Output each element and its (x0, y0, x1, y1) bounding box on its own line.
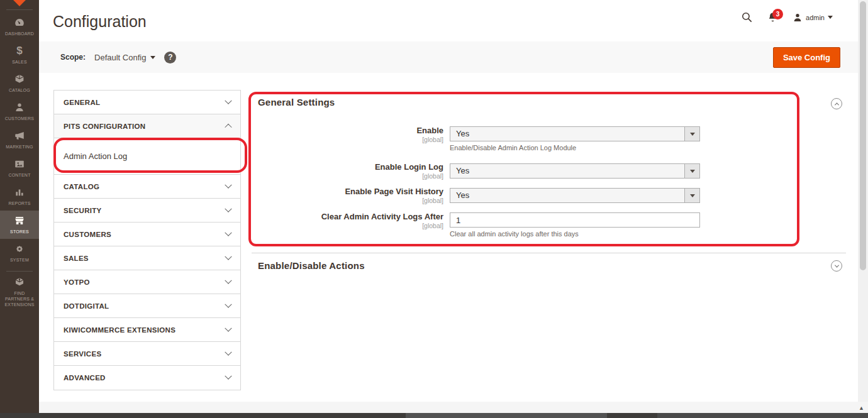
nav-section-label: SALES (64, 255, 89, 262)
nav-section-label: CATALOG (64, 183, 99, 190)
chevron-down-icon (150, 56, 155, 59)
catalog-icon (14, 73, 25, 85)
field-hint: Enable/Disable Admin Action Log Module (450, 144, 576, 151)
chevron-down-icon (225, 373, 231, 380)
content-icon (14, 158, 25, 170)
sidebar-item-reports[interactable]: REPORTS (0, 182, 39, 211)
app-sidebar: DASHBOARD $ SALES CATALOG CUSTOMERS MARK… (0, 0, 39, 413)
chevron-down-icon (225, 181, 231, 188)
config-nav-dotdigital[interactable]: DOTDIGITAL (54, 294, 240, 318)
chevron-down-icon (225, 348, 231, 355)
config-nav-security[interactable]: SECURITY (54, 199, 240, 223)
chevron-down-icon[interactable] (684, 189, 699, 202)
sidebar-item-sales[interactable]: $ SALES (0, 41, 39, 69)
nav-section-label: KIWICOMMERCE EXTENSIONS (64, 326, 175, 334)
config-nav-admin-action-log[interactable]: Admin Action Log (54, 138, 240, 175)
config-nav-advanced[interactable]: ADVANCED (54, 366, 240, 390)
config-nav-customers[interactable]: CUSTOMERS (54, 223, 240, 246)
chevron-up-icon (225, 123, 231, 130)
chevron-down-icon[interactable] (684, 127, 699, 141)
sidebar-item-catalog[interactable]: CATALOG (0, 69, 39, 97)
config-nav-yotpo[interactable]: YOTPO (54, 270, 240, 294)
select-value: Yes (450, 189, 684, 202)
nav-section-label: SERVICES (64, 350, 101, 358)
field-label-enable-page-visit-history: Enable Page Visit History [global] (252, 187, 443, 204)
chevron-down-icon (225, 324, 231, 331)
field-label-enable-login-log: Enable Login Log [global] (252, 163, 443, 180)
partners-icon (14, 276, 25, 289)
section-title-general-settings: General Settings (258, 97, 335, 107)
config-nav-pits-configuration[interactable]: PITS CONFIGURATION (54, 114, 240, 138)
sales-icon: $ (16, 45, 22, 57)
scope-toolbar: Scope: Default Config ? Save Config (39, 41, 858, 73)
scope-switcher[interactable]: Default Config (94, 53, 155, 62)
nav-child-label: Admin Action Log (64, 151, 127, 161)
config-nav-general[interactable]: GENERAL (54, 91, 240, 114)
chevron-down-icon (225, 205, 231, 212)
page-title: Configuration (53, 13, 147, 31)
select-value: Yes (450, 164, 684, 178)
sidebar-item-label: CONTENT (8, 172, 30, 178)
section-title-enable-disable-actions: Enable/Disable Actions (258, 260, 365, 271)
stores-icon (14, 214, 25, 227)
scroll-up-arrow-icon[interactable]: ▲ (859, 405, 864, 411)
dashboard-icon (14, 16, 25, 29)
sidebar-item-label: STORES (10, 229, 29, 234)
config-nav-services[interactable]: SERVICES (54, 342, 240, 366)
sidebar-item-label: CATALOG (9, 87, 30, 93)
enable-page-visit-history-select[interactable]: Yes (450, 188, 700, 203)
scope-value: Default Config (94, 53, 146, 62)
scope-label: Scope: (60, 53, 86, 62)
notification-count-badge: 3 (772, 9, 783, 19)
sidebar-item-content[interactable]: CONTENT (0, 154, 39, 182)
enable-login-log-select[interactable]: Yes (450, 163, 700, 179)
select-value: Yes (450, 127, 684, 141)
chevron-down-icon (225, 277, 231, 283)
vertical-scrollbar[interactable] (858, 0, 868, 413)
config-nav-kiwicommerce-extensions[interactable]: KIWICOMMERCE EXTENSIONS (54, 318, 240, 342)
sidebar-item-label: MARKETING (6, 144, 33, 150)
chevron-down-icon[interactable] (684, 164, 699, 178)
nav-section-label: CUSTOMERS (64, 231, 111, 238)
magento-logo[interactable] (0, 0, 39, 10)
sidebar-item-label: DASHBOARD (5, 31, 34, 36)
vertical-scrollbar-thumb[interactable] (860, 1, 866, 270)
admin-account-menu[interactable]: admin (793, 13, 833, 23)
config-nav-sales[interactable]: SALES (54, 246, 240, 270)
reports-icon (14, 186, 25, 199)
chevron-down-icon (828, 16, 833, 19)
sidebar-item-label: FIND PARTNERS & EXTENSIONS (1, 290, 38, 307)
nav-section-label: YOTPO (64, 278, 90, 286)
search-icon[interactable] (741, 11, 753, 23)
sidebar-item-find-partners[interactable]: FIND PARTNERS & EXTENSIONS (0, 275, 39, 308)
divider (6, 271, 33, 272)
chevron-down-icon (834, 263, 838, 267)
enable-select[interactable]: Yes (450, 126, 700, 141)
collapse-section-button[interactable] (831, 98, 842, 109)
chevron-up-icon (834, 102, 838, 107)
divider (252, 253, 846, 253)
clear-admin-activity-logs-input[interactable] (450, 212, 700, 228)
divider (6, 9, 33, 10)
sidebar-item-marketing[interactable]: MARKETING (0, 126, 39, 154)
chevron-down-icon (225, 229, 231, 236)
config-nav: GENERAL PITS CONFIGURATION Admin Action … (53, 90, 241, 390)
nav-section-label: ADVANCED (64, 374, 106, 382)
notifications-bell-icon[interactable]: 3 (767, 11, 779, 23)
sidebar-item-customers[interactable]: CUSTOMERS (0, 97, 39, 126)
system-icon (14, 243, 25, 255)
config-nav-catalog[interactable]: CATALOG (54, 175, 240, 199)
nav-section-label: SECURITY (64, 207, 102, 214)
chevron-down-icon (225, 300, 231, 307)
nav-section-label: PITS CONFIGURATION (64, 123, 145, 130)
sidebar-item-dashboard[interactable]: DASHBOARD (0, 13, 39, 41)
field-label-enable: Enable [global] (252, 126, 443, 143)
sidebar-item-label: SYSTEM (10, 257, 29, 263)
sidebar-item-stores[interactable]: STORES (0, 211, 39, 239)
sidebar-item-system[interactable]: SYSTEM (0, 239, 39, 267)
expand-section-button[interactable] (831, 260, 842, 272)
bottom-bar (0, 413, 868, 418)
help-icon[interactable]: ? (164, 52, 176, 63)
save-config-button[interactable]: Save Config (773, 47, 840, 68)
customers-icon (14, 101, 25, 114)
